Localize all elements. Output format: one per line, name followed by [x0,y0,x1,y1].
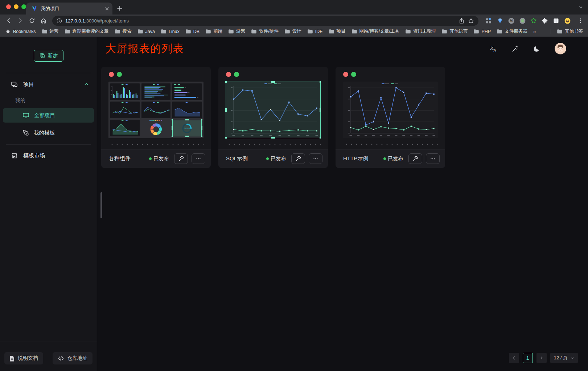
bookmark-folder[interactable]: 项目 [329,28,346,34]
more-button[interactable] [426,153,440,164]
back-button[interactable] [4,16,13,26]
selection-handle[interactable] [185,119,189,120]
mini-chart [110,120,140,136]
bookmarks-overflow-chevron[interactable]: » [533,29,536,34]
selection-handle[interactable] [225,137,227,139]
bookmark-folder[interactable]: 近期需要读的文章 [65,28,109,34]
project-thumbnail[interactable]: 25.00% [108,82,203,138]
bookmark-folder[interactable]: 游戏 [228,28,245,34]
selection-handle[interactable] [172,136,173,137]
mini-chart [141,120,171,136]
minimize-window-button[interactable] [14,4,18,9]
page-size-select[interactable]: 12 / 页 [550,353,578,363]
edit-button[interactable] [291,153,305,164]
other-bookmarks-button[interactable]: 其他书签 [557,28,583,34]
edit-button[interactable] [174,153,188,164]
puzzle-extension-icon[interactable] [540,16,549,25]
selection-overlay[interactable] [226,82,321,138]
home-button[interactable] [38,16,48,26]
folder-icon [329,29,334,34]
bookmark-folder[interactable]: 设计 [284,28,301,34]
maximize-window-button[interactable] [21,4,26,9]
card-green-dot [234,72,239,77]
next-page-button[interactable] [536,353,547,363]
new-project-button[interactable]: 新建 [34,50,63,62]
bookmark-folder-label: 软件/硬件 [259,28,278,34]
emoji-extension-icon[interactable] [563,16,572,25]
bookmark-star-icon[interactable] [468,18,474,24]
selection-handle[interactable] [201,126,202,130]
chevron-up-icon[interactable] [84,82,89,87]
sidebar-item-template-market[interactable]: 模板市场 [0,147,97,164]
bookmark-folder[interactable]: 前端 [205,28,222,34]
side-panel-extension-icon[interactable] [552,16,560,25]
bookmark-folder[interactable]: IDE [307,29,323,34]
selection-handle[interactable] [320,137,321,139]
bookmark-folder[interactable]: Linux [161,29,180,34]
selection-handle[interactable] [172,126,173,130]
selection-handle[interactable] [320,108,321,112]
language-button[interactable]: 文A [489,45,497,53]
bookmark-folder[interactable]: 网站/博客/文章/工具 [351,28,399,34]
bookmark-folder[interactable]: DB [185,29,200,34]
bookmarks-menu-button[interactable]: Bookmarks [5,29,36,34]
new-tab-button[interactable] [115,3,125,13]
cmd-circle-extension-icon[interactable]: ⌘ [507,16,515,25]
grid-ext-extension-icon[interactable] [484,16,493,25]
bookmark-folder[interactable]: 资讯未整理 [405,28,436,34]
project-card[interactable]: HTTP示例 已发布 [336,67,445,168]
selection-handle[interactable] [185,136,189,137]
bookmark-folder[interactable]: 其他语言 [441,28,468,34]
bookmark-folder[interactable]: 软件/硬件 [251,28,278,34]
bookmarks-label: Bookmarks [13,29,36,34]
project-card[interactable]: SQL示例 已发布 [218,67,328,168]
selection-handle[interactable] [172,119,173,120]
selection-handle[interactable] [271,81,275,83]
more-button[interactable] [309,153,322,164]
selection-handle[interactable] [225,108,227,112]
scrollbar-thumb[interactable] [100,192,102,218]
active-tab[interactable]: 我的项目 [26,3,112,15]
selection-handle[interactable] [225,81,227,83]
prev-page-button[interactable] [509,353,519,363]
current-page-button[interactable]: 1 [523,353,533,363]
share-icon[interactable] [459,18,465,24]
repo-button[interactable]: 仓库地址 [53,352,92,364]
sidebar-item-all-projects[interactable]: 全部项目 [3,108,94,123]
url-host: 127.0.0.1 [65,18,85,24]
close-tab-icon[interactable] [104,6,110,11]
tab-search-chevron-icon[interactable] [578,5,583,10]
edit-button[interactable] [408,153,422,164]
bookmark-folder[interactable]: PHP [473,29,491,34]
bookmark-folder[interactable]: 搜索 [115,28,132,34]
magic-wand-button[interactable] [511,45,519,53]
selection-handle[interactable] [201,119,202,120]
bookmark-folder[interactable]: 运营 [42,28,59,34]
docs-button[interactable]: 说明文档 [4,352,43,364]
more-button[interactable] [192,153,205,164]
page-header: 大屏报表的列表 文A [97,37,588,59]
sidebar-section-project[interactable]: 项目 [0,75,97,93]
selection-handle[interactable] [271,137,275,139]
sidebar-item-my-templates[interactable]: 我的模板 [3,125,94,140]
site-info-icon[interactable] [57,18,62,24]
folder-icon [557,29,563,34]
project-thumbnail[interactable] [343,82,438,138]
project-card[interactable]: 25.00% 各种组件 已发布 [101,67,211,168]
selection-handle[interactable] [201,136,202,137]
bookmark-folder[interactable]: 文件服务器 [497,28,527,34]
user-avatar[interactable] [555,43,566,54]
gem-extension-icon[interactable] [496,16,504,25]
selection-handle[interactable] [320,81,321,83]
project-thumbnail[interactable] [226,82,321,138]
dark-mode-button[interactable] [533,45,541,53]
folder-icon [351,29,357,34]
green-dot-circle-extension-icon[interactable] [518,16,527,25]
reload-button[interactable] [27,16,37,26]
browser-menu-button[interactable] [575,16,585,26]
close-window-button[interactable] [6,4,11,9]
green-star-extension-icon[interactable] [529,16,538,25]
forward-button[interactable] [15,16,25,26]
address-bar[interactable]: 127.0.0.1:3000/#/project/items [52,16,478,26]
bookmark-folder[interactable]: Java [137,29,155,34]
